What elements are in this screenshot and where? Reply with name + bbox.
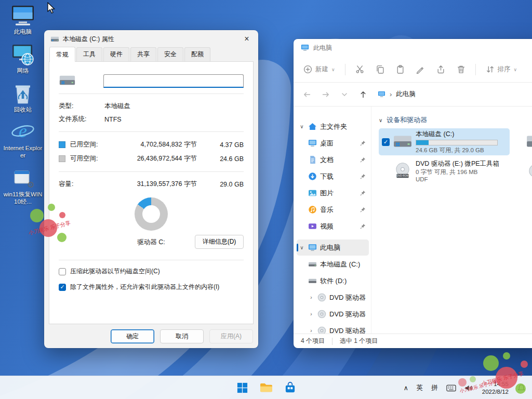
tab-hardware[interactable]: 硬件 — [103, 47, 129, 61]
sidebar-item-downloads[interactable]: 下载 — [297, 168, 369, 184]
share-button[interactable] — [432, 61, 450, 77]
cut-button[interactable] — [351, 61, 369, 77]
explorer-window: 此电脑 新建 ∨ 排序 ∨ — [294, 39, 532, 348]
desktop-icon-label: 网络 — [3, 68, 43, 75]
file-explorer-button[interactable] — [256, 378, 276, 398]
tray-chevron-up-icon[interactable]: ∧ — [400, 378, 412, 398]
tab-tools[interactable]: 工具 — [76, 47, 102, 61]
drive-info: 24.6 GB 可用, 共 29.0 GB — [416, 147, 507, 154]
compress-checkbox-row[interactable]: 压缩此驱动器以节约磁盘空间(C) — [59, 267, 244, 276]
sidebar-item-this-pc[interactable]: ∨ 此电脑 — [297, 240, 369, 256]
drive-tile-dvd-e[interactable]: DVD-ROM DVD 驱动器 (E:) 微PE工具箱 0 字节 可用, 共 1… — [379, 157, 510, 184]
copy-button[interactable] — [371, 61, 389, 77]
notification-bell-icon[interactable] — [514, 378, 529, 398]
checkbox-checked-icon[interactable]: ✓ — [59, 284, 66, 291]
drive-info: 0 字节 可用, 共 196 MB — [416, 168, 507, 176]
sidebar-item-desktop[interactable]: 桌面 — [297, 135, 369, 151]
desktop-icon-network[interactable]: 网络 — [3, 42, 43, 75]
tab-sharing[interactable]: 共享 — [130, 47, 156, 61]
sidebar-item-label: 主文件夹 — [320, 122, 367, 131]
chevron-down-icon[interactable]: ∨ — [299, 245, 305, 250]
sidebar-item-videos[interactable]: 视频 — [297, 218, 369, 234]
tab-general[interactable]: 常规 — [49, 47, 75, 62]
recent-locations-button[interactable] — [336, 86, 353, 103]
sidebar-item-dvd-g[interactable]: › DVD 驱动器 (G:) — [297, 323, 369, 334]
microsoft-store-button[interactable] — [280, 378, 300, 398]
cancel-button[interactable]: 取消 — [160, 329, 204, 343]
chevron-right-icon[interactable]: › — [308, 295, 314, 300]
drive-icon — [526, 134, 532, 150]
taskbar: ∧ 英 拼 14:55 2022/8/12 — [0, 376, 532, 399]
used-space-label: 已用空间: — [70, 140, 111, 149]
videos-icon — [308, 222, 317, 231]
index-checkbox-row[interactable]: ✓ 除了文件属性外，还允许索引此驱动器上文件的内容(I) — [59, 283, 244, 291]
breadcrumb-this-pc[interactable]: 此电脑 — [396, 90, 416, 99]
sidebar-item-label: 桌面 — [320, 139, 357, 148]
volume-icon[interactable] — [461, 378, 477, 398]
sidebar-item-home[interactable]: ∨ 主文件夹 — [297, 118, 369, 135]
tab-security[interactable]: 安全 — [157, 47, 183, 61]
free-space-swatch — [59, 155, 65, 162]
desktop-icon-label: 此电脑 — [3, 29, 43, 36]
drive-tile-local-disk-c[interactable]: ✓ 本地磁盘 (C:) 24.6 GB 可用, 共 29.0 GB — [379, 128, 510, 155]
folder-icon — [260, 382, 273, 393]
document-icon — [308, 155, 317, 164]
clock[interactable]: 14:55 2022/8/12 — [478, 380, 513, 396]
sidebar-item-disk-c[interactable]: 本地磁盘 (C:) — [297, 256, 369, 272]
sidebar-item-disk-d[interactable]: 软件 (D:) — [297, 273, 369, 289]
back-button[interactable] — [299, 86, 315, 103]
sidebar-item-documents[interactable]: 文档 — [297, 152, 369, 168]
delete-button[interactable] — [452, 61, 470, 77]
desktop-icon-this-pc[interactable]: 此电脑 — [3, 3, 43, 36]
desktop-icon-internet-explorer[interactable]: e Internet Explorer — [3, 119, 43, 159]
touch-keyboard-icon[interactable] — [443, 378, 460, 398]
drive-tile-partial[interactable] — [512, 128, 532, 155]
disc-icon — [317, 293, 326, 302]
desktop-icon-win11-restore[interactable]: ⚙ win11恢复WIN10经... — [3, 166, 43, 206]
svg-text:⚙: ⚙ — [27, 180, 34, 189]
sidebar-item-music[interactable]: 音乐 — [297, 202, 369, 218]
pin-icon — [360, 140, 366, 146]
ime-indicator[interactable]: 拼 — [428, 378, 442, 398]
group-header-devices-drives[interactable]: ∨ 设备和驱动器 — [379, 114, 532, 126]
rename-button[interactable] — [411, 61, 430, 77]
tab-quota[interactable]: 配额 — [184, 47, 210, 61]
this-pc-icon — [3, 3, 43, 27]
chevron-down-icon[interactable]: ∨ — [299, 124, 305, 129]
close-icon[interactable]: × — [235, 30, 258, 48]
drive-tile-partial[interactable] — [512, 158, 532, 185]
up-button[interactable] — [355, 86, 371, 103]
capacity-label: 容量: — [59, 180, 111, 189]
chevron-right-icon[interactable]: › — [308, 328, 314, 334]
chevron-right-icon[interactable]: › — [308, 311, 314, 317]
breadcrumb[interactable]: › 此电脑 — [378, 90, 416, 99]
sidebar-item-dvd-f[interactable]: › DVD 驱动器 (F:) — [297, 306, 369, 322]
start-button[interactable] — [232, 378, 252, 398]
chevron-down-icon: ∨ — [514, 67, 517, 72]
checkbox-unchecked-icon[interactable] — [59, 268, 66, 275]
apply-button[interactable]: 应用(A) — [209, 329, 253, 343]
ok-button[interactable]: 确定 — [111, 329, 154, 343]
pin-icon — [360, 223, 366, 229]
sort-button[interactable]: 排序 ∨ — [481, 61, 522, 77]
sidebar-item-label: 视频 — [320, 222, 357, 231]
new-button[interactable]: 新建 ∨ — [299, 61, 340, 77]
desktop-icon-recycle-bin[interactable]: 回收站 — [3, 81, 43, 114]
language-indicator[interactable]: 英 — [413, 378, 427, 398]
pin-icon — [360, 174, 366, 179]
divider — [59, 260, 244, 260]
sidebar-item-dvd-e[interactable]: › DVD 驱动器 (E:) — [297, 289, 369, 305]
dialog-footer: 确定 取消 应用(A) — [44, 324, 258, 348]
paste-button[interactable] — [391, 61, 409, 77]
sidebar-item-pictures[interactable]: 图片 — [297, 185, 369, 201]
sidebar-item-label: 文档 — [320, 155, 357, 165]
explorer-main: ∨ 设备和驱动器 ✓ 本地磁盘 (C:) 24.6 GB 可用, 共 29.0 … — [371, 107, 532, 334]
music-icon — [308, 205, 317, 214]
desktop-icon — [308, 139, 317, 148]
new-button-label: 新建 — [315, 65, 328, 74]
details-button[interactable]: 详细信息(D) — [195, 235, 244, 249]
this-pc-icon — [308, 243, 317, 252]
forward-button[interactable] — [317, 86, 334, 103]
volume-label-input[interactable] — [103, 74, 244, 88]
checkbox-checked-icon[interactable]: ✓ — [382, 138, 390, 146]
